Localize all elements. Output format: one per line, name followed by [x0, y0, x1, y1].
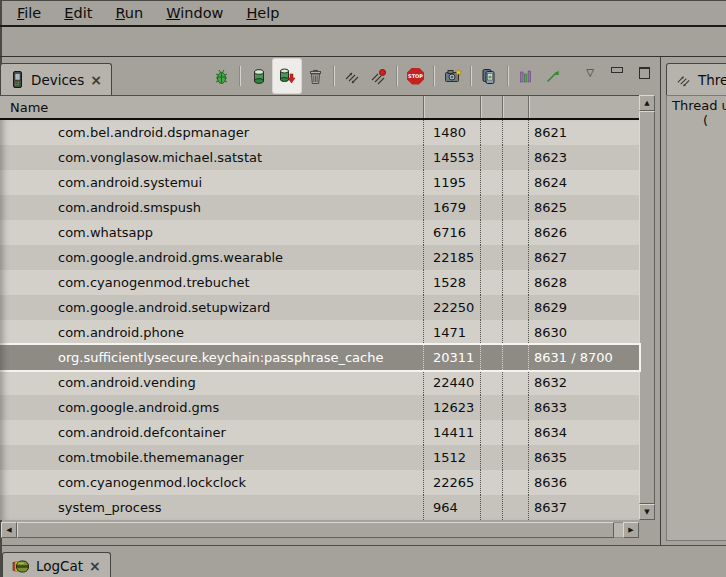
client-pid: 22250 — [423, 295, 480, 320]
maximize-icon[interactable] — [636, 65, 652, 80]
tab-devices-close-icon[interactable]: × — [90, 73, 102, 87]
capture-system-trace-button[interactable] — [515, 64, 538, 88]
client-pid: 22265 — [423, 470, 480, 495]
device-table-header: Name — [0, 95, 639, 120]
client-blank1 — [480, 470, 502, 495]
device-row[interactable]: com.cyanogenmod.trebuchet 1528 8628 — [0, 270, 639, 295]
client-pid: 6716 — [423, 220, 480, 245]
minimize-icon[interactable] — [609, 65, 625, 80]
device-row[interactable]: org.sufficientlysecure.keychain:passphra… — [0, 345, 639, 370]
menu-help[interactable]: Help — [235, 3, 291, 23]
client-blank2 — [502, 370, 528, 395]
update-threads-button[interactable] — [341, 64, 364, 88]
view-menu-icon[interactable]: ▽ — [582, 65, 598, 80]
client-port: 8623 — [528, 145, 639, 170]
client-pid: 1679 — [423, 195, 480, 220]
client-pid: 14553 — [423, 145, 480, 170]
tab-logcat-close-icon[interactable]: × — [89, 558, 101, 574]
systrace-icon — [519, 69, 534, 84]
device-row[interactable]: com.google.android.setupwizard 22250 862… — [0, 295, 639, 320]
client-port: 8624 — [528, 170, 639, 195]
start-opengl-trace-button[interactable] — [541, 64, 564, 88]
client-pid: 1480 — [423, 120, 480, 145]
update-heap-button[interactable] — [247, 64, 270, 88]
device-row[interactable]: com.android.defcontainer 14411 8634 — [0, 420, 639, 445]
trash-icon — [308, 68, 323, 85]
horizontal-scrollbar[interactable]: ◀ ▶ — [1, 522, 639, 538]
device-row[interactable]: com.google.android.gms 12623 8633 — [0, 395, 639, 420]
device-row[interactable]: com.vonglasow.michael.satstat 14553 8623 — [0, 145, 639, 170]
dump-hprof-button[interactable] — [273, 59, 301, 93]
client-port: 8632 — [528, 370, 639, 395]
threads-panel: Threads Thread up ( — [666, 57, 726, 545]
menu-window[interactable]: Window — [155, 3, 235, 23]
toolbar-separator — [433, 66, 435, 86]
menu-file[interactable]: File — [6, 3, 53, 23]
scroll-left-icon[interactable]: ◀ — [1, 522, 17, 538]
device-row[interactable]: com.bel.android.dspmanager 1480 8621 — [0, 120, 639, 145]
client-blank2 — [502, 270, 528, 295]
client-name: com.tmobile.thememanager — [0, 445, 423, 470]
device-row[interactable]: com.android.vending 22440 8632 — [0, 370, 639, 395]
device-row[interactable]: com.cyanogenmod.lockclock 22265 8636 — [0, 470, 639, 495]
client-port: 8630 — [528, 320, 639, 345]
tab-logcat[interactable]: LogCat × — [2, 552, 111, 577]
client-name: com.bel.android.dspmanager — [0, 120, 423, 145]
client-name: com.google.android.gms.wearable — [0, 245, 423, 270]
device-row[interactable]: com.android.smspush 1679 8625 — [0, 195, 639, 220]
client-port: 8637 — [528, 495, 639, 520]
client-blank2 — [502, 420, 528, 445]
scroll-right-icon[interactable]: ▶ — [623, 522, 639, 538]
screen-record-button[interactable] — [478, 64, 501, 88]
debug-attach-button[interactable] — [210, 64, 233, 88]
device-row[interactable]: com.tmobile.thememanager 1512 8635 — [0, 445, 639, 470]
threads-tab-icon — [676, 72, 692, 88]
client-name: system_process — [0, 495, 423, 520]
stop-process-button[interactable]: STOP — [404, 64, 427, 88]
menu-run[interactable]: Run — [104, 3, 155, 23]
view-window-controls: ▽ — [582, 65, 652, 80]
device-row[interactable]: com.android.phone 1471 8630 — [0, 320, 639, 345]
client-name: org.sufficientlysecure.keychain:passphra… — [0, 345, 423, 370]
scroll-up-icon[interactable]: ▲ — [639, 95, 655, 111]
client-blank1 — [480, 195, 502, 220]
client-blank2 — [502, 345, 528, 370]
tab-threads[interactable]: Threads — [666, 63, 726, 95]
client-blank1 — [480, 295, 502, 320]
horizontal-scrollbar-track[interactable] — [614, 522, 623, 538]
client-name: com.cyanogenmod.lockclock — [0, 470, 423, 495]
devices-tab-row: Devices × — [0, 57, 660, 95]
vertical-scrollbar-thumb[interactable] — [639, 111, 655, 504]
client-port: 8625 — [528, 195, 639, 220]
client-pid: 1512 — [423, 445, 480, 470]
client-blank1 — [480, 420, 502, 445]
client-blank2 — [502, 395, 528, 420]
device-row[interactable]: com.whatsapp 6716 8626 — [0, 220, 639, 245]
client-pid: 20311 — [423, 345, 480, 370]
device-row[interactable]: com.android.systemui 1195 8624 — [0, 170, 639, 195]
device-row[interactable]: system_process 964 8637 — [0, 495, 639, 520]
client-name: com.android.phone — [0, 320, 423, 345]
tab-devices[interactable]: Devices × — [0, 63, 112, 95]
start-method-profiling-button[interactable] — [367, 64, 390, 88]
client-name: com.android.defcontainer — [0, 420, 423, 445]
client-name: com.google.android.gms — [0, 395, 423, 420]
horizontal-scrollbar-thumb[interactable] — [17, 522, 614, 538]
cause-gc-button[interactable] — [304, 64, 327, 88]
client-blank2 — [502, 445, 528, 470]
client-pid: 1195 — [423, 170, 480, 195]
device-row[interactable]: com.google.android.gms.wearable 22185 86… — [0, 245, 639, 270]
client-port: 8636 — [528, 470, 639, 495]
stop-icon: STOP — [407, 68, 424, 85]
client-blank2 — [502, 295, 528, 320]
scroll-down-icon[interactable]: ▼ — [639, 504, 655, 520]
client-port: 8628 — [528, 270, 639, 295]
bug-icon — [213, 68, 230, 85]
vertical-scrollbar[interactable]: ▲ ▼ — [639, 95, 655, 520]
client-name: com.android.systemui — [0, 170, 423, 195]
client-blank1 — [480, 120, 502, 145]
toolbar-separator — [239, 66, 241, 86]
client-name: com.google.android.setupwizard — [0, 295, 423, 320]
screen-capture-button[interactable] — [441, 64, 464, 88]
menu-edit[interactable]: Edit — [53, 3, 104, 23]
